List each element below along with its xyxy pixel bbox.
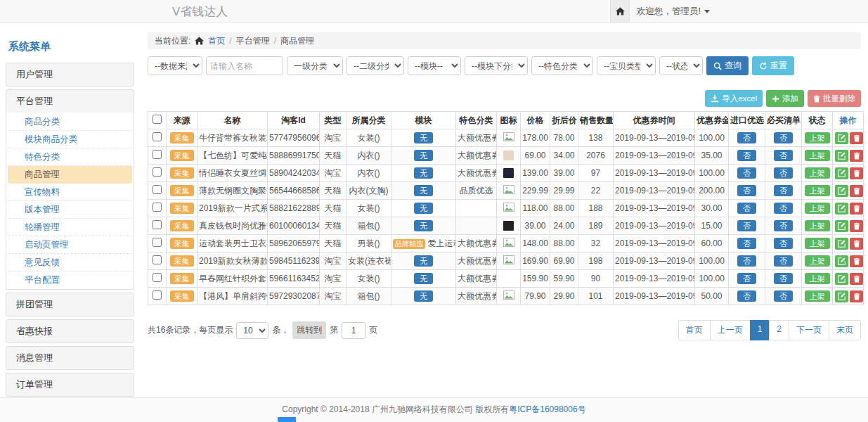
- delete-button[interactable]: [850, 167, 863, 179]
- filter-select-宝贝类型[interactable]: --宝贝类型--: [597, 56, 656, 75]
- user-menu[interactable]: 欢迎您，管理员!: [637, 0, 710, 23]
- import-select-toggle[interactable]: 否: [737, 220, 756, 231]
- import-select-toggle[interactable]: 否: [737, 290, 756, 302]
- status-badge[interactable]: 上架: [805, 203, 830, 214]
- delete-button[interactable]: [850, 132, 863, 144]
- status-badge[interactable]: 上架: [805, 185, 830, 196]
- sidebar-item-商品分类[interactable]: 商品分类: [8, 113, 132, 131]
- edit-button[interactable]: [835, 273, 848, 285]
- sidebar-item-平台配置[interactable]: 平台配置: [8, 271, 132, 288]
- import-select-toggle[interactable]: 否: [737, 132, 756, 143]
- add-button[interactable]: 添加: [766, 90, 804, 107]
- status-badge[interactable]: 上架: [805, 290, 830, 302]
- must-buy-toggle[interactable]: 否: [774, 150, 793, 161]
- delete-button[interactable]: [850, 203, 863, 215]
- import-select-toggle[interactable]: 否: [737, 203, 756, 214]
- page-button-1[interactable]: 1: [750, 320, 770, 340]
- edit-button[interactable]: [835, 132, 848, 144]
- delete-button[interactable]: [850, 273, 863, 285]
- sidebar-item-意见反馈[interactable]: 意见反馈: [8, 254, 132, 271]
- edit-button[interactable]: [835, 150, 848, 162]
- must-buy-toggle[interactable]: 否: [774, 220, 793, 231]
- sidebar-item-平台管理[interactable]: 平台管理: [6, 89, 134, 113]
- page-button-2[interactable]: 2: [769, 320, 789, 340]
- filter-select-模块下分类[interactable]: --模块下分类--: [465, 56, 528, 75]
- page-button-上一页[interactable]: 上一页: [710, 320, 751, 340]
- page-button-下一页[interactable]: 下一页: [789, 320, 829, 340]
- sidebar-item-模块商品分类[interactable]: 模块商品分类: [8, 131, 132, 148]
- filter-select-二级分类[interactable]: --二级分类--: [346, 56, 404, 75]
- row-checkbox[interactable]: [153, 167, 162, 177]
- filter-select-模块[interactable]: --模块--: [408, 56, 461, 75]
- delete-button[interactable]: [850, 150, 863, 162]
- sidebar-item-版本管理[interactable]: 版本管理: [8, 201, 132, 219]
- sidebar-item-轮播管理[interactable]: 轮播管理: [8, 219, 132, 236]
- page-button-末页[interactable]: 末页: [829, 320, 861, 340]
- import-excel-button[interactable]: 导入excel: [705, 90, 763, 107]
- sidebar-item-拼团管理[interactable]: 拼团管理: [6, 293, 134, 316]
- sidebar-item-用户管理[interactable]: 用户管理: [6, 63, 134, 87]
- import-select-toggle[interactable]: 否: [737, 273, 756, 284]
- bottom-scrollbar-thumb[interactable]: [278, 417, 296, 422]
- must-buy-toggle[interactable]: 否: [774, 132, 793, 143]
- home-nav-button[interactable]: [610, 0, 630, 23]
- delete-button[interactable]: [850, 238, 863, 250]
- sidebar-item-特色分类[interactable]: 特色分类: [8, 148, 132, 166]
- must-buy-toggle[interactable]: 否: [774, 238, 793, 249]
- filter-select-一级分类[interactable]: 一级分类: [287, 56, 343, 75]
- edit-button[interactable]: [835, 203, 848, 215]
- select-all-checkbox[interactable]: [153, 115, 162, 124]
- filter-select-特色分类[interactable]: --特色分类--: [531, 56, 593, 75]
- must-buy-toggle[interactable]: 否: [774, 167, 793, 179]
- import-select-toggle[interactable]: 否: [737, 238, 756, 249]
- row-checkbox[interactable]: [153, 220, 162, 229]
- delete-button[interactable]: [850, 290, 863, 302]
- search-button[interactable]: 查询: [706, 56, 749, 75]
- sidebar-item-省惠快报[interactable]: 省惠快报: [6, 319, 134, 343]
- batch-delete-button[interactable]: 批量删除: [808, 90, 861, 107]
- status-badge[interactable]: 上架: [805, 167, 830, 179]
- import-select-toggle[interactable]: 否: [737, 150, 756, 161]
- page-button-首页[interactable]: 首页: [678, 320, 711, 340]
- filter-select-状态[interactable]: --状态--: [659, 56, 703, 75]
- row-checkbox[interactable]: [153, 273, 162, 282]
- breadcrumb-home-link[interactable]: 首页: [208, 35, 225, 47]
- delete-button[interactable]: [850, 255, 863, 267]
- status-badge[interactable]: 上架: [805, 255, 830, 267]
- must-buy-toggle[interactable]: 否: [774, 273, 793, 284]
- row-checkbox[interactable]: [153, 185, 162, 194]
- jump-button[interactable]: 跳转到: [292, 321, 326, 339]
- icp-link[interactable]: 粤ICP备16098006号: [509, 404, 585, 414]
- sidebar-item-宣传物料[interactable]: 宣传物料: [8, 184, 132, 201]
- name-search-input[interactable]: [206, 56, 283, 75]
- must-buy-toggle[interactable]: 否: [774, 255, 793, 267]
- row-checkbox[interactable]: [153, 203, 162, 212]
- status-badge[interactable]: 上架: [805, 150, 830, 161]
- edit-button[interactable]: [835, 290, 848, 302]
- import-select-toggle[interactable]: 否: [737, 185, 756, 196]
- row-checkbox[interactable]: [153, 290, 162, 300]
- sidebar-item-启动页管理[interactable]: 启动页管理: [8, 236, 132, 254]
- row-checkbox[interactable]: [153, 132, 162, 141]
- row-checkbox[interactable]: [153, 150, 162, 159]
- row-checkbox[interactable]: [153, 255, 162, 264]
- must-buy-toggle[interactable]: 否: [774, 185, 793, 196]
- delete-button[interactable]: [850, 185, 863, 197]
- filter-select-数据来源[interactable]: --数据来源--: [148, 56, 202, 75]
- edit-button[interactable]: [835, 220, 848, 232]
- sidebar-item-订单管理[interactable]: 订单管理: [6, 373, 134, 397]
- must-buy-toggle[interactable]: 否: [774, 290, 793, 302]
- edit-button[interactable]: [835, 185, 848, 197]
- per-page-select[interactable]: 10: [236, 322, 268, 339]
- jump-page-input[interactable]: [342, 322, 365, 339]
- status-badge[interactable]: 上架: [805, 220, 830, 231]
- edit-button[interactable]: [835, 255, 848, 267]
- edit-button[interactable]: [835, 238, 848, 250]
- import-select-toggle[interactable]: 否: [737, 167, 756, 179]
- row-checkbox[interactable]: [153, 238, 162, 247]
- import-select-toggle[interactable]: 否: [737, 255, 756, 267]
- reset-button[interactable]: 重置: [752, 56, 794, 75]
- status-badge[interactable]: 上架: [805, 238, 830, 249]
- sidebar-item-商品管理[interactable]: 商品管理: [8, 166, 132, 184]
- must-buy-toggle[interactable]: 否: [774, 203, 793, 214]
